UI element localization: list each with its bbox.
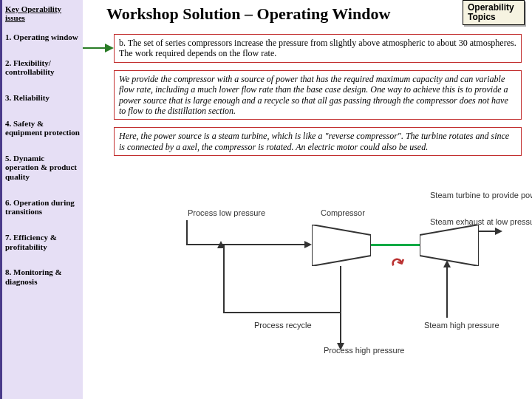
arrowhead-icon [495, 228, 502, 235]
sidebar-item-7[interactable]: 7. Efficiency & profitability [5, 233, 80, 251]
operability-topics-button[interactable]: Operability Topics [463, 0, 525, 25]
steam-high-v [446, 266, 448, 318]
label-compressor: Compressor [321, 208, 365, 217]
label-process-recycle: Process recycle [254, 321, 312, 330]
content-box-2: We provide the compressor with a source … [114, 70, 522, 120]
arrowhead-up-icon [443, 260, 451, 267]
label-process-high: Process high pressure [324, 346, 404, 355]
page-title: Workshop Solution – Operating Window [106, 1, 390, 24]
main-content: Workshop Solution – Operating Window Ope… [83, 0, 532, 399]
sidebar-item-2[interactable]: 2. Flexibility/ controllability [5, 58, 80, 77]
label-steam-high: Steam high pressure [424, 321, 499, 330]
sidebar-item-1[interactable]: 1. Operating window [5, 33, 80, 42]
sidebar-heading: Key Operability issues [5, 4, 80, 22]
sidebar-item-4[interactable]: 4. Safety & equipment protection [5, 119, 80, 137]
sidebar-item-8[interactable]: 8. Monitoring & diagnosis [5, 267, 80, 286]
recycle-h [223, 312, 341, 313]
compressor-icon [312, 225, 371, 266]
inlet-v [186, 220, 188, 245]
shaft-line [371, 244, 420, 246]
content-box-1: b. The set of series compressors increas… [114, 34, 522, 63]
arrow-icon [83, 43, 114, 53]
content-box-3: Here, the power source is a steam turbin… [114, 127, 522, 156]
process-diagram: Process low pressure Compressor Steam tu… [201, 186, 511, 371]
outlet-v [340, 266, 341, 346]
recycle-v [223, 244, 225, 313]
sidebar-item-3[interactable]: 3. Reliability [5, 93, 80, 103]
arrowhead-icon [337, 343, 344, 350]
sidebar-item-6[interactable]: 6. Operation during transitions [5, 198, 80, 216]
label-process-low: Process low pressure [188, 208, 265, 217]
curly-arrow-icon: ↷ [388, 252, 408, 275]
label-steam-turbine: Steam turbine to provide power [430, 191, 532, 200]
sidebar: Key Operability issues 1. Operating wind… [0, 0, 83, 399]
arrowhead-icon [217, 241, 225, 248]
svg-marker-0 [312, 225, 371, 266]
arrowhead-icon [304, 241, 312, 248]
sidebar-item-5[interactable]: 5. Dynamic operation & product quality [5, 154, 80, 182]
inlet-line [186, 244, 307, 245]
